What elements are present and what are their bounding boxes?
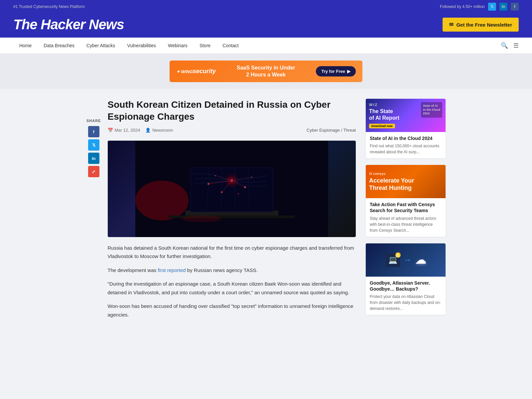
share-sidebar: SHARE f 𝕏 in ⤢ [86, 99, 101, 324]
banner-btn-label: Try for Free [321, 69, 345, 74]
censys-card-image: ⊙ censys Accelerate YourThreat Hunting [366, 165, 446, 198]
svg-point-1 [135, 181, 189, 220]
article-wrapper: SHARE f 𝕏 in ⤢ South Korean Citizen Deta… [86, 99, 356, 324]
menu-icon[interactable]: ☰ [513, 42, 519, 49]
censys-card-title: Take Action Fast with Censys Search for … [370, 201, 442, 213]
banner-ad-area: ✦ WINGsecurity SaaS Security in Under2 H… [0, 54, 532, 89]
censys-card-desc: Stay ahead of advanced threat actors wit… [370, 215, 442, 233]
article-paragraph-4: Won-soon has been accused of handing ove… [108, 302, 356, 319]
site-tagline: #1 Trusted Cybersecurity News Platform [13, 4, 85, 9]
banner-btn-arrow: ▶ [347, 69, 350, 74]
nav-item-webinars[interactable]: Webinars [162, 38, 194, 54]
nav-item-vulnerabilities[interactable]: Vulnerabilities [121, 38, 162, 54]
article-title: South Korean Citizen Detained in Russia … [108, 99, 356, 123]
date-text: Mar 12, 2024 [115, 128, 140, 133]
social-follow-section: Followed by 4.50+ million 𝕏 in f [440, 3, 519, 11]
generic-share-button[interactable]: ⤢ [88, 166, 99, 177]
newsletter-icon: ✉ [449, 22, 454, 28]
twitter-icon[interactable]: 𝕏 [488, 3, 496, 11]
header-top-bar: #1 Trusted Cybersecurity News Platform F… [0, 0, 532, 13]
wiz-card-title: State of AI in the Cloud 2024 [370, 135, 442, 141]
page-content: SHARE f 𝕏 in ⤢ South Korean Citizen Deta… [80, 99, 452, 324]
author-icon: 👤 [145, 128, 151, 133]
newsletter-button[interactable]: ✉ Get the Free Newsletter [443, 18, 519, 32]
article-main: South Korean Citizen Detained in Russia … [108, 99, 356, 324]
follower-count: Followed by 4.50+ million [440, 4, 485, 9]
nav-item-cyber-attacks[interactable]: Cyber Attacks [80, 38, 121, 54]
sidebar-card-censys[interactable]: ⊙ censys Accelerate YourThreat Hunting T… [366, 165, 446, 236]
atlassian-card-title: Goodbye, Atlassian Server. Goodbye… Back… [370, 280, 442, 292]
nav-item-home[interactable]: Home [13, 38, 38, 54]
category-threat[interactable]: Threat [343, 128, 356, 133]
linkedin-icon[interactable]: in [499, 3, 507, 11]
linkedin-share-button[interactable]: in [88, 153, 99, 164]
header-main: The Hacker News ✉ Get the Free Newslette… [0, 13, 532, 38]
atlassian-card-image: 💻 ⚠ → ☁ [366, 243, 446, 277]
atlassian-card-body: Goodbye, Atlassian Server. Goodbye… Back… [366, 277, 446, 315]
sidebar: WIZ The Stateof AI Report Download now S… [366, 99, 446, 324]
twitter-share-button[interactable]: 𝕏 [88, 139, 99, 151]
nav-item-contact[interactable]: Contact [216, 38, 244, 54]
article-meta-left: 📅 Mar 12, 2024 👤 Newsroom [108, 128, 173, 133]
banner-brand: ✦ WINGsecurity [176, 68, 216, 75]
article-hero-image [108, 141, 356, 237]
search-icon[interactable]: 🔍 [501, 42, 508, 49]
facebook-icon[interactable]: f [511, 3, 519, 11]
wiz-card-desc: Find out what 150,000+ cloud accounts re… [370, 143, 442, 155]
facebook-share-button[interactable]: f [88, 126, 99, 137]
article-date: 📅 Mar 12, 2024 [108, 128, 140, 133]
wing-icon: ✦ WING [176, 69, 193, 74]
censys-card-body: Take Action Fast with Censys Search for … [366, 198, 446, 236]
svg-point-12 [238, 193, 239, 195]
calendar-icon: 📅 [108, 128, 113, 133]
sidebar-card-wiz[interactable]: WIZ The Stateof AI Report Download now S… [366, 99, 446, 158]
atlassian-visual: 💻 ⚠ → ☁ [382, 250, 429, 270]
first-reported-link[interactable]: first reported [158, 267, 186, 273]
svg-point-20 [182, 215, 222, 222]
author-name: Newsroom [152, 128, 173, 133]
article-author: 👤 Newsroom [145, 128, 173, 133]
banner-tagline: SaaS Security in Under2 Hours a Week [237, 65, 295, 78]
nav-item-store[interactable]: Store [194, 38, 216, 54]
article-category: Cyber Espionage / Threat [307, 128, 356, 133]
banner-ad[interactable]: ✦ WINGsecurity SaaS Security in Under2 H… [170, 61, 362, 82]
category-cyber-espionage[interactable]: Cyber Espionage [307, 128, 340, 133]
wiz-card-body: State of AI in the Cloud 2024 Find out w… [366, 132, 446, 158]
article-meta: 📅 Mar 12, 2024 👤 Newsroom Cyber Espionag… [108, 128, 356, 136]
nav-right-icons: 🔍 ☰ [501, 42, 519, 49]
sidebar-card-atlassian[interactable]: 💻 ⚠ → ☁ Goodbye, Atlassian Server. Goodb… [366, 243, 446, 315]
nav-item-data-breaches[interactable]: Data Breaches [38, 38, 80, 54]
newsletter-label: Get the Free Newsletter [456, 22, 512, 28]
article-paragraph-1: Russia has detained a South Korean natio… [108, 244, 356, 261]
wiz-card-image: WIZ The Stateof AI Report Download now S… [366, 99, 446, 132]
site-title[interactable]: The Hacker News [13, 17, 124, 33]
nav-menu: Home Data Breaches Cyber Attacks Vulnera… [13, 38, 245, 54]
banner-cta-button[interactable]: Try for Free ▶ [316, 66, 356, 76]
share-label: SHARE [86, 119, 101, 123]
article-paragraph-2: The development was first reported by Ru… [108, 266, 356, 275]
navigation-bar: Home Data Breaches Cyber Attacks Vulnera… [0, 38, 532, 54]
article-paragraph-3: "During the investigation of an espionag… [108, 280, 356, 297]
atlassian-card-desc: Protect your data on Atlassian Cloud fro… [370, 294, 442, 312]
